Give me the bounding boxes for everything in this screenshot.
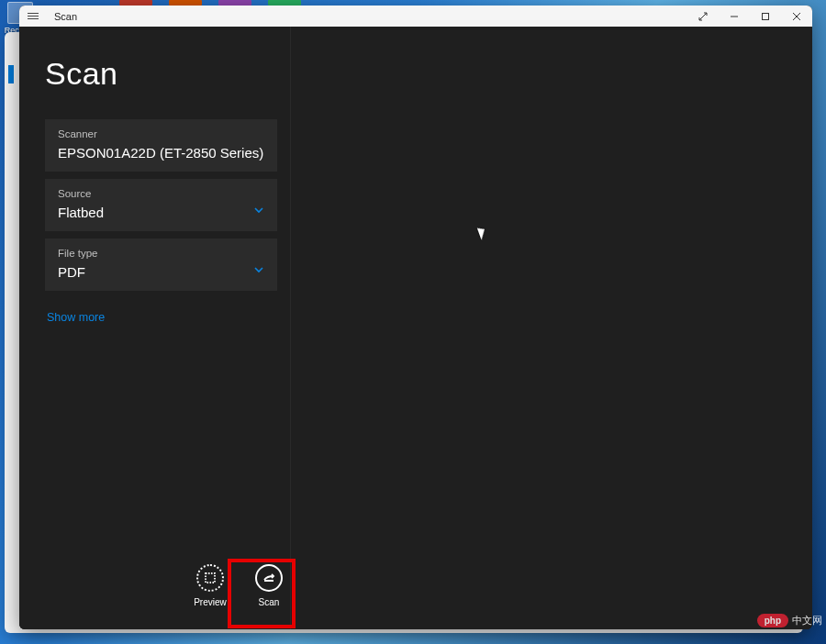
scan-button[interactable]: Scan <box>249 564 289 607</box>
scanner-value: EPSON01A22D (ET-2850 Series) <box>58 145 264 161</box>
scan-icon <box>255 564 283 592</box>
svg-rect-0 <box>763 13 769 19</box>
minimize-button[interactable] <box>719 6 750 27</box>
show-more-link[interactable]: Show more <box>45 311 277 324</box>
settings-sidebar: Scan Scanner EPSON01A22D (ET-2850 Series… <box>19 27 291 629</box>
titlebar[interactable]: Scan <box>19 6 812 27</box>
expand-icon <box>698 12 708 21</box>
filetype-label: File type <box>58 248 264 259</box>
source-value: Flatbed <box>58 205 264 220</box>
preview-label: Preview <box>194 597 227 607</box>
maximize-icon <box>761 12 770 21</box>
chevron-down-icon <box>253 205 264 218</box>
hamburger-icon[interactable] <box>25 8 41 25</box>
scanner-label: Scanner <box>58 128 264 139</box>
preview-icon <box>196 564 224 592</box>
close-icon <box>792 12 801 21</box>
watermark-text: 中文网 <box>792 614 822 627</box>
filetype-value: PDF <box>58 264 264 280</box>
watermark-brand: php <box>757 614 788 627</box>
svg-rect-1 <box>206 573 215 583</box>
background-window-accent <box>8 65 14 83</box>
window-title: Scan <box>54 11 77 22</box>
preview-button[interactable]: Preview <box>190 564 230 607</box>
watermark: php 中文网 <box>757 614 822 627</box>
cursor-icon <box>477 226 487 240</box>
maximize-button[interactable] <box>750 6 781 27</box>
chevron-down-icon <box>253 264 264 278</box>
fullscreen-button[interactable] <box>687 6 719 27</box>
page-title: Scan <box>45 56 277 92</box>
bottom-actions: Preview Scan <box>190 564 277 620</box>
preview-area <box>291 27 812 629</box>
scan-window: Scan Scan Scanner EPSON01A22D (ET-2850 S… <box>19 6 812 629</box>
close-button[interactable] <box>781 6 812 27</box>
scanner-option[interactable]: Scanner EPSON01A22D (ET-2850 Series) <box>45 119 277 172</box>
source-label: Source <box>58 188 264 199</box>
scan-label: Scan <box>259 597 280 607</box>
desktop-background: Recycl... Help Scan <box>0 0 826 644</box>
minimize-icon <box>730 12 739 21</box>
filetype-option[interactable]: File type PDF <box>45 239 277 291</box>
source-option[interactable]: Source Flatbed <box>45 179 277 231</box>
